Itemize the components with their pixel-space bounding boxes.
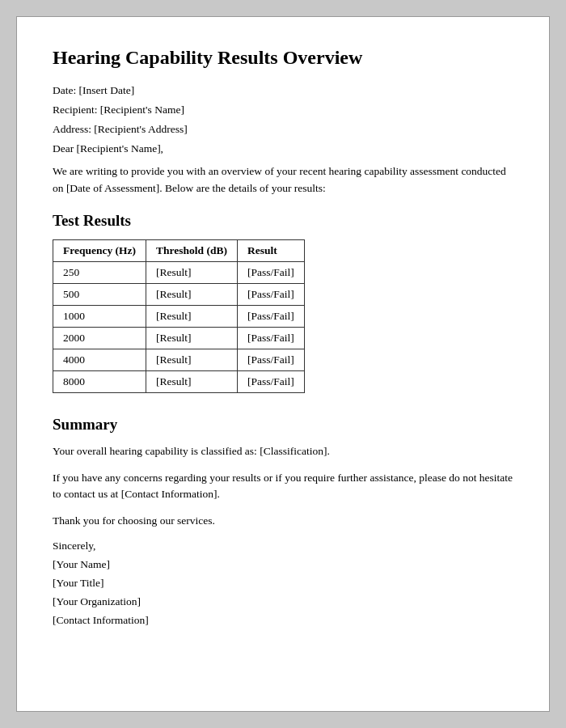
your-name-line: [Your Name] — [53, 558, 513, 571]
concerns-text: If you have any concerns regarding your … — [53, 470, 513, 504]
thank-you-text: Thank you for choosing our services. — [53, 513, 513, 530]
results-table: Frequency (Hz) Threshold (dB) Result 250… — [53, 239, 305, 393]
classification-text: Your overall hearing capability is class… — [53, 443, 513, 460]
table-cell-r1-c2: [Pass/Fail] — [238, 283, 305, 305]
table-cell-r1-c0: 500 — [53, 283, 146, 305]
table-cell-r5-c0: 8000 — [53, 370, 146, 392]
table-cell-r3-c2: [Pass/Fail] — [238, 327, 305, 349]
table-cell-r5-c1: [Result] — [146, 370, 238, 392]
table-cell-r1-c1: [Result] — [146, 283, 238, 305]
table-cell-r4-c0: 4000 — [53, 349, 146, 370]
table-cell-r4-c2: [Pass/Fail] — [238, 349, 305, 370]
table-row: 1000[Result][Pass/Fail] — [53, 305, 305, 327]
summary-heading: Summary — [53, 416, 513, 434]
table-cell-r0-c0: 250 — [53, 261, 146, 283]
table-cell-r3-c0: 2000 — [53, 327, 146, 349]
table-cell-r2-c0: 1000 — [53, 305, 146, 327]
contact-info-line: [Contact Information] — [53, 614, 513, 627]
table-row: 8000[Result][Pass/Fail] — [53, 370, 305, 392]
salutation: Dear [Recipient's Name], — [53, 142, 513, 155]
table-header-row: Frequency (Hz) Threshold (dB) Result — [53, 239, 305, 261]
col-header-threshold: Threshold (dB) — [146, 239, 238, 261]
table-cell-r0-c1: [Result] — [146, 261, 238, 283]
table-cell-r0-c2: [Pass/Fail] — [238, 261, 305, 283]
table-row: 500[Result][Pass/Fail] — [53, 283, 305, 305]
document-title: Hearing Capability Results Overview — [53, 46, 513, 70]
table-row: 2000[Result][Pass/Fail] — [53, 327, 305, 349]
table-row: 250[Result][Pass/Fail] — [53, 261, 305, 283]
table-cell-r5-c2: [Pass/Fail] — [238, 370, 305, 392]
your-organization-line: [Your Organization] — [53, 595, 513, 608]
table-cell-r4-c1: [Result] — [146, 349, 238, 370]
table-cell-r2-c1: [Result] — [146, 305, 238, 327]
table-cell-r3-c1: [Result] — [146, 327, 238, 349]
address-line: Address: [Recipient's Address] — [53, 123, 513, 136]
date-line: Date: [Insert Date] — [53, 84, 513, 97]
table-row: 4000[Result][Pass/Fail] — [53, 349, 305, 370]
table-cell-r2-c2: [Pass/Fail] — [238, 305, 305, 327]
intro-paragraph: We are writing to provide you with an ov… — [53, 163, 513, 197]
closing-block: Sincerely, [Your Name] [Your Title] [You… — [53, 540, 513, 627]
sincerely-line: Sincerely, — [53, 540, 513, 552]
col-header-result: Result — [238, 239, 305, 261]
your-title-line: [Your Title] — [53, 577, 513, 590]
recipient-line: Recipient: [Recipient's Name] — [53, 104, 513, 116]
test-results-heading: Test Results — [53, 212, 513, 230]
col-header-frequency: Frequency (Hz) — [53, 239, 146, 261]
document-container: Hearing Capability Results Overview Date… — [16, 16, 550, 712]
